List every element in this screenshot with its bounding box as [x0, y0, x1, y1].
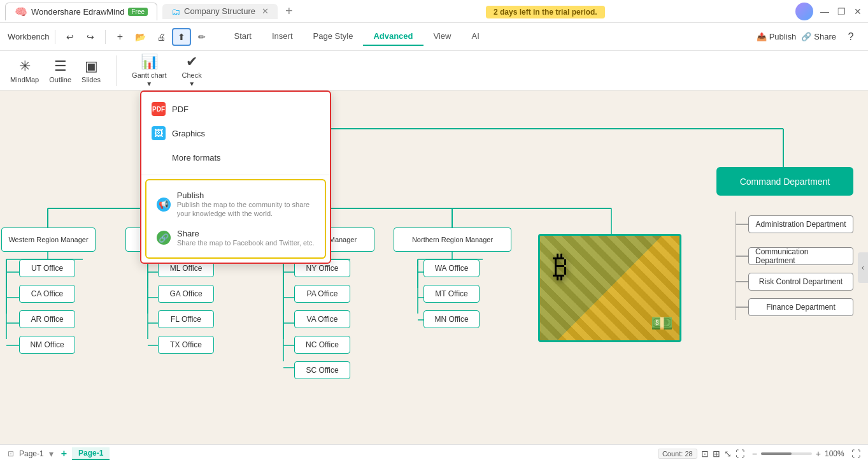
- tab-start[interactable]: Start: [224, 27, 262, 46]
- wa-office-node[interactable]: WA Office: [423, 259, 480, 277]
- check-chevron-icon[interactable]: ▼: [189, 80, 195, 87]
- zoom-bar[interactable]: [761, 452, 812, 455]
- sc-office-node[interactable]: SC Office: [294, 361, 350, 379]
- outline-tool[interactable]: ☰ Outline: [49, 58, 71, 83]
- graphics-option[interactable]: 🖼 Graphics: [141, 121, 330, 145]
- tx-office-node[interactable]: TX Office: [158, 336, 214, 354]
- right-panel-toggle[interactable]: ‹: [858, 252, 868, 283]
- share-option-label: Share: [177, 229, 315, 238]
- add-page-button[interactable]: +: [61, 448, 67, 459]
- outline-icon: ☰: [54, 58, 67, 75]
- ga-office-node[interactable]: GA Office: [158, 285, 214, 303]
- more-formats-option[interactable]: More formats: [141, 145, 330, 170]
- northern-region-node[interactable]: Northern Region Manager: [394, 227, 511, 252]
- western-region-node[interactable]: Western Region Manager: [1, 227, 96, 252]
- gantt-label: Gantt chart: [132, 71, 166, 79]
- dropdown-section-formats: PDF PDF 🖼 Graphics More formats: [141, 92, 330, 175]
- command-dept-node[interactable]: Command Department: [716, 167, 853, 196]
- toolbar-right: 📤 Publish 🔗 Share ?: [757, 28, 860, 46]
- zoom-in-icon[interactable]: +: [816, 449, 821, 459]
- add-tab-icon[interactable]: +: [283, 4, 295, 18]
- slides-icon: ▣: [85, 58, 98, 75]
- mindmap-label: MindMap: [10, 76, 39, 83]
- check-label: Check: [182, 71, 202, 79]
- trial-text: 2 days left in the trial period.: [486, 6, 605, 18]
- undo-button[interactable]: ↩: [60, 28, 80, 46]
- share-option-text: Share Share the map to Facebook and Twit…: [177, 229, 315, 247]
- tab-advanced[interactable]: Advanced: [363, 27, 423, 46]
- share-button[interactable]: 🔗 Share: [801, 32, 836, 41]
- outline-label: Outline: [49, 76, 71, 83]
- va-office-node[interactable]: VA Office: [294, 310, 350, 328]
- admin-dept-node[interactable]: Administration Department: [748, 215, 853, 233]
- minimize-button[interactable]: —: [820, 6, 830, 17]
- nav-tabs: Start Insert Page Style Advanced View AI: [224, 27, 490, 46]
- share-option-icon: 🔗: [157, 231, 171, 245]
- zoom-level: 100%: [825, 449, 848, 458]
- publish-option[interactable]: 📢 Publish Publish the map to the communi…: [146, 185, 325, 224]
- gantt-icon: 📊: [141, 54, 158, 70]
- check-icon: ✔: [186, 54, 197, 70]
- gantt-tool[interactable]: 📊 Gantt chart ▼: [132, 54, 166, 87]
- fullscreen-icon[interactable]: ⛶: [736, 449, 744, 459]
- fit-page-icon[interactable]: ⛶: [851, 449, 860, 459]
- ut-office-node[interactable]: UT Office: [19, 259, 75, 277]
- slides-tool[interactable]: ▣ Slides: [82, 58, 101, 83]
- tab-insert[interactable]: Insert: [262, 27, 303, 46]
- tab-page-style[interactable]: Page Style: [303, 27, 364, 46]
- publish-label: Publish: [769, 32, 797, 41]
- print-button[interactable]: 🖨: [152, 28, 171, 46]
- app-tab[interactable]: 🧠 Wondershare EdrawMind Free: [5, 3, 157, 20]
- page-tab[interactable]: Page-1: [72, 447, 110, 460]
- pdf-option[interactable]: PDF PDF: [141, 97, 330, 121]
- ca-office-node[interactable]: CA Office: [19, 285, 75, 303]
- share-option[interactable]: 🔗 Share Share the map to Facebook and Tw…: [146, 224, 325, 252]
- close-button[interactable]: ✕: [853, 6, 863, 17]
- workbench-label[interactable]: Workbench: [8, 32, 50, 41]
- finance-dept-node[interactable]: Finance Department: [748, 298, 853, 316]
- fl-office-node[interactable]: FL Office: [158, 310, 214, 328]
- app-badge: Free: [128, 8, 148, 16]
- risk-dept-node[interactable]: Risk Control Department: [748, 273, 853, 291]
- tab-ai[interactable]: AI: [461, 27, 489, 46]
- new-button[interactable]: +: [111, 28, 130, 46]
- statusbar: ⊡ Page-1 ▾ + Page-1 Count: 28 ⊡ ⊞ ⤡ ⛶ − …: [0, 444, 868, 462]
- share-option-desc: Share the map to Facebook and Twitter, e…: [177, 238, 315, 247]
- fit-icon[interactable]: ⊡: [701, 449, 709, 459]
- open-button[interactable]: 📂: [131, 28, 150, 46]
- edit-button[interactable]: ✏: [192, 28, 211, 46]
- publish-option-desc: Publish the map to the community to shar…: [177, 200, 315, 219]
- expand-icon[interactable]: ⤡: [724, 449, 732, 459]
- canvas[interactable]: Deputy Manager Western Region Manager So…: [0, 90, 868, 444]
- zoom-out-icon[interactable]: −: [752, 449, 757, 459]
- pa-office-node[interactable]: PA Office: [294, 285, 350, 303]
- dropdown-arrow[interactable]: ▾: [49, 449, 53, 459]
- slides-label: Slides: [82, 76, 101, 83]
- doc-tab[interactable]: 🗂 Company Structure ✕: [162, 4, 278, 19]
- comm-dept-node[interactable]: Communication Department: [748, 247, 853, 265]
- ar-office-node[interactable]: AR Office: [19, 310, 75, 328]
- redo-button[interactable]: ↪: [81, 28, 100, 46]
- publish-button[interactable]: 📤 Publish: [757, 32, 797, 41]
- grid-icon[interactable]: ⊞: [713, 449, 720, 459]
- export-button[interactable]: ⬆: [172, 28, 191, 46]
- mt-office-node[interactable]: MT Office: [423, 285, 480, 303]
- nm-office-node[interactable]: NM Office: [19, 336, 75, 354]
- mn-office-node[interactable]: MN Office: [423, 310, 480, 328]
- gantt-chevron-icon[interactable]: ▼: [146, 80, 152, 87]
- maximize-button[interactable]: ❐: [836, 6, 846, 17]
- history-group: ↩ ↪: [60, 28, 100, 46]
- close-tab-icon[interactable]: ✕: [262, 6, 269, 16]
- workbench-group: Workbench: [8, 32, 50, 41]
- help-button[interactable]: ?: [841, 28, 860, 46]
- nc-office-node[interactable]: NC Office: [294, 336, 350, 354]
- publish-option-label: Publish: [177, 191, 315, 200]
- mindmap-tool[interactable]: ✳ MindMap: [10, 58, 39, 83]
- more-formats-icon: [152, 150, 166, 164]
- tab-view[interactable]: View: [423, 27, 462, 46]
- publish-option-icon: 📢: [157, 198, 171, 212]
- mindmap-icon: ✳: [19, 58, 31, 75]
- check-tool[interactable]: ✔ Check ▼: [182, 54, 202, 87]
- user-avatar[interactable]: [795, 3, 813, 20]
- statusbar-left: ⊡ Page-1 ▾ + Page-1: [8, 447, 110, 460]
